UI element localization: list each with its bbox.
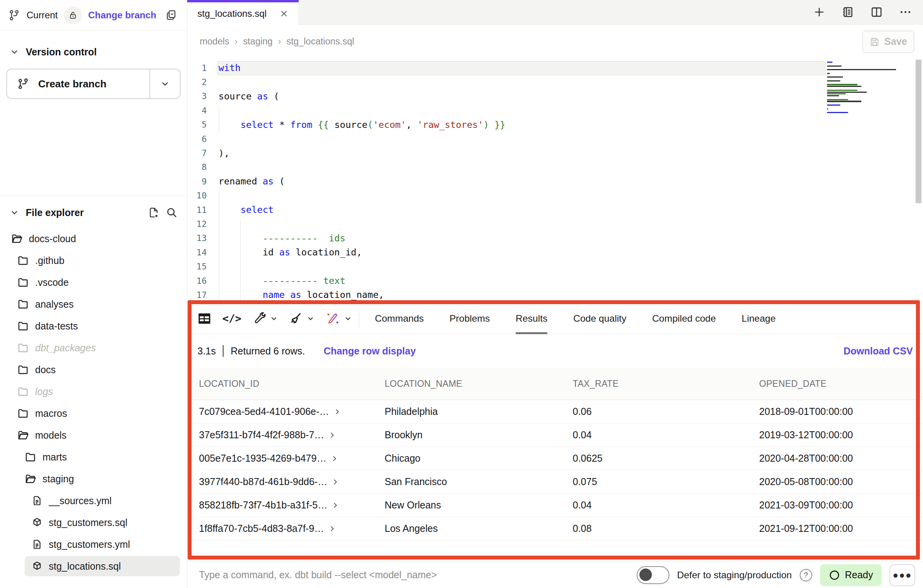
folder-open-icon bbox=[11, 233, 23, 244]
new-file-icon[interactable] bbox=[148, 207, 160, 218]
cell-location-id: 3977f440-b87d-461b-9dd6-… bbox=[199, 476, 327, 487]
editor-scrollbar[interactable] bbox=[916, 60, 921, 203]
code-line-11: 11 select bbox=[187, 203, 923, 217]
chevron-down-icon bbox=[344, 314, 352, 323]
change-row-display-link[interactable]: Change row display bbox=[324, 345, 416, 357]
table-row: 37e5f311-b7f4-4f2f-988b-7…Brooklyn0.0420… bbox=[187, 423, 923, 447]
file-doc-icon bbox=[32, 539, 43, 550]
cell-location-id: 37e5f311-b7f4-4f2f-988b-7… bbox=[199, 429, 324, 441]
compile-code-icon[interactable]: </> bbox=[222, 312, 241, 324]
branch-icon bbox=[9, 9, 20, 21]
save-icon bbox=[870, 37, 880, 47]
file-item-label: stg_customers.yml bbox=[49, 539, 130, 550]
file-item-docs-cloud[interactable]: docs-cloud bbox=[0, 228, 187, 250]
toggle-knob bbox=[639, 569, 652, 581]
file-item--vscode[interactable]: .vscode bbox=[0, 271, 187, 293]
results-table: LOCATION_IDLOCATION_NAMETAX_RATEOPENED_D… bbox=[187, 368, 923, 540]
cell-location-name: Philadelphia bbox=[385, 406, 573, 417]
panel-tab-lineage[interactable]: Lineage bbox=[742, 303, 776, 334]
help-icon[interactable]: ? bbox=[800, 569, 812, 581]
code-line-1: 1with bbox=[187, 61, 923, 75]
cell-opened-date: 2021-09-12T00:00:00 bbox=[759, 523, 923, 534]
file-item-stg-customers-yml[interactable]: stg_customers.yml bbox=[0, 533, 187, 555]
file-item-staging[interactable]: staging bbox=[0, 468, 187, 490]
line-number: 14 bbox=[187, 248, 209, 257]
line-number: 5 bbox=[187, 120, 209, 129]
create-branch-dropdown[interactable] bbox=[149, 69, 180, 98]
panel-tab-results[interactable]: Results bbox=[516, 303, 548, 334]
breadcrumb-models[interactable]: models bbox=[200, 36, 229, 47]
more-options-icon[interactable] bbox=[899, 5, 912, 19]
file-item-label: dbt_packages bbox=[35, 342, 96, 354]
close-icon[interactable] bbox=[280, 9, 288, 18]
format-broom-icon[interactable] bbox=[288, 311, 315, 326]
save-button[interactable]: Save bbox=[862, 30, 914, 53]
expand-cell-icon[interactable] bbox=[331, 501, 339, 509]
code-line-8: 8 bbox=[187, 160, 923, 174]
defer-label: Defer to staging/production bbox=[677, 570, 792, 581]
defer-toggle[interactable] bbox=[637, 566, 669, 584]
panel-tab-code-quality[interactable]: Code quality bbox=[573, 303, 626, 334]
file-tree: docs-cloud.github.vscodeanalysesdata-tes… bbox=[0, 228, 187, 577]
expand-cell-icon[interactable] bbox=[330, 455, 338, 462]
command-input[interactable]: Type a command, ex. dbt build --select <… bbox=[199, 569, 637, 581]
chevron-down-icon[interactable] bbox=[9, 207, 20, 218]
more-actions-button[interactable]: ●●● bbox=[889, 564, 915, 586]
chevron-down-icon[interactable] bbox=[9, 47, 20, 57]
file-item-data-tests[interactable]: data-tests bbox=[0, 315, 187, 337]
search-icon[interactable] bbox=[166, 207, 178, 218]
panel-tab-commands[interactable]: Commands bbox=[375, 303, 424, 334]
folder-icon bbox=[17, 407, 29, 419]
code-line-7: 7), bbox=[187, 146, 923, 160]
expand-cell-icon[interactable] bbox=[328, 525, 336, 533]
code-line-10: 10 bbox=[187, 189, 923, 203]
file-item-logs[interactable]: logs bbox=[0, 381, 187, 402]
panel-tab-compiled-code[interactable]: Compiled code bbox=[652, 303, 716, 334]
file-item--sources-yml[interactable]: __sources.yml bbox=[0, 490, 187, 512]
expand-cell-icon[interactable] bbox=[331, 478, 339, 486]
split-editor-icon[interactable] bbox=[870, 5, 883, 19]
lock-icon bbox=[69, 11, 77, 19]
folder-icon bbox=[17, 255, 29, 266]
cell-location-id: 1f8ffa70-7cb5-4d83-8a7f-9… bbox=[199, 523, 324, 534]
tab-stg-locations-sql[interactable]: stg_locations.sql bbox=[187, 0, 299, 25]
column-header-location_name: LOCATION_NAME bbox=[385, 379, 573, 389]
download-csv-link[interactable]: Download CSV bbox=[843, 345, 913, 357]
folder-icon bbox=[17, 342, 29, 354]
file-item-models[interactable]: models bbox=[0, 424, 187, 446]
file-item-macros[interactable]: macros bbox=[0, 402, 187, 424]
preview-table-icon[interactable] bbox=[197, 311, 212, 326]
file-item-label: __sources.yml bbox=[49, 495, 112, 507]
file-item-dbt-packages[interactable]: dbt_packages bbox=[0, 337, 187, 359]
line-number: 4 bbox=[187, 106, 209, 115]
minimap[interactable] bbox=[827, 62, 907, 114]
change-branch-link[interactable]: Change branch bbox=[88, 10, 156, 21]
file-item--github[interactable]: .github bbox=[0, 250, 187, 271]
file-explorer-header: File explorer bbox=[0, 200, 187, 225]
expand-cell-icon[interactable] bbox=[328, 431, 336, 439]
breadcrumb-staging[interactable]: staging bbox=[243, 36, 273, 47]
expand-cell-icon[interactable] bbox=[333, 408, 341, 416]
line-number: 16 bbox=[187, 276, 209, 286]
file-item-docs[interactable]: docs bbox=[0, 359, 187, 381]
panel-tab-problems[interactable]: Problems bbox=[449, 303, 490, 334]
file-item-analyses[interactable]: analyses bbox=[0, 293, 187, 315]
column-header-tax_rate: TAX_RATE bbox=[573, 379, 759, 389]
ready-status-badge[interactable]: Ready bbox=[820, 564, 882, 586]
file-item-stg-locations-sql[interactable]: stg_locations.sql bbox=[0, 555, 187, 577]
dbt-cloud-ide: Current Change branch Version control bbox=[0, 0, 923, 588]
returned-rows-text: Returned 6 rows. bbox=[231, 345, 305, 357]
new-tab-icon[interactable] bbox=[813, 6, 825, 18]
create-branch-button[interactable]: Create branch bbox=[7, 69, 149, 98]
chevron-down-icon bbox=[306, 314, 315, 323]
build-wrench-icon[interactable] bbox=[252, 311, 278, 326]
code-editor[interactable]: 1with23source as (45 select * from {{ so… bbox=[187, 58, 923, 303]
table-row: 1f8ffa70-7cb5-4d83-8a7f-9…Los Angeles0.0… bbox=[187, 517, 923, 540]
copy-icon[interactable] bbox=[165, 9, 178, 21]
ai-fix-icon[interactable] bbox=[325, 311, 352, 326]
file-item-label: data-tests bbox=[35, 321, 78, 332]
code-line-16: 16 ---------- text bbox=[187, 274, 923, 288]
file-item-stg-customers-sql[interactable]: stg_customers.sql bbox=[0, 512, 187, 533]
file-list-icon[interactable] bbox=[841, 5, 854, 19]
file-item-marts[interactable]: marts bbox=[0, 446, 187, 468]
